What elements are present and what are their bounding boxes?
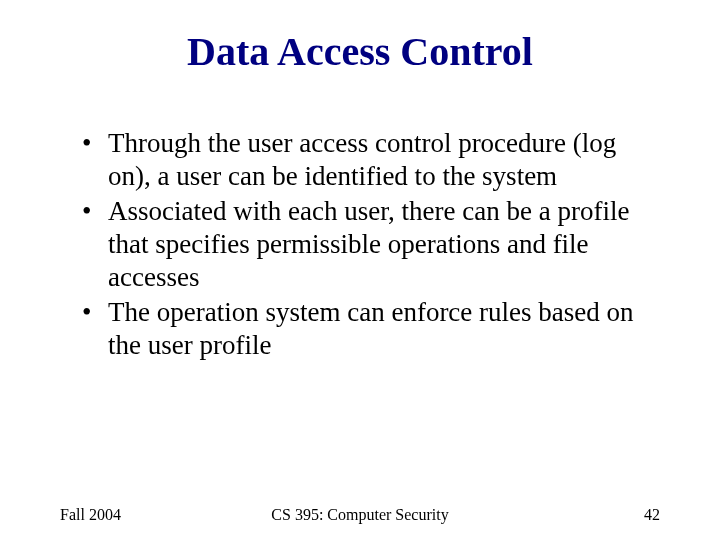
- list-item: Associated with each user, there can be …: [82, 195, 660, 294]
- slide: Data Access Control Through the user acc…: [0, 0, 720, 540]
- footer-page-number: 42: [644, 506, 660, 524]
- slide-title: Data Access Control: [60, 28, 660, 75]
- list-item: The operation system can enforce rules b…: [82, 296, 660, 362]
- list-item: Through the user access control procedur…: [82, 127, 660, 193]
- bullet-list: Through the user access control procedur…: [82, 127, 660, 362]
- footer-course: CS 395: Computer Security: [0, 506, 720, 524]
